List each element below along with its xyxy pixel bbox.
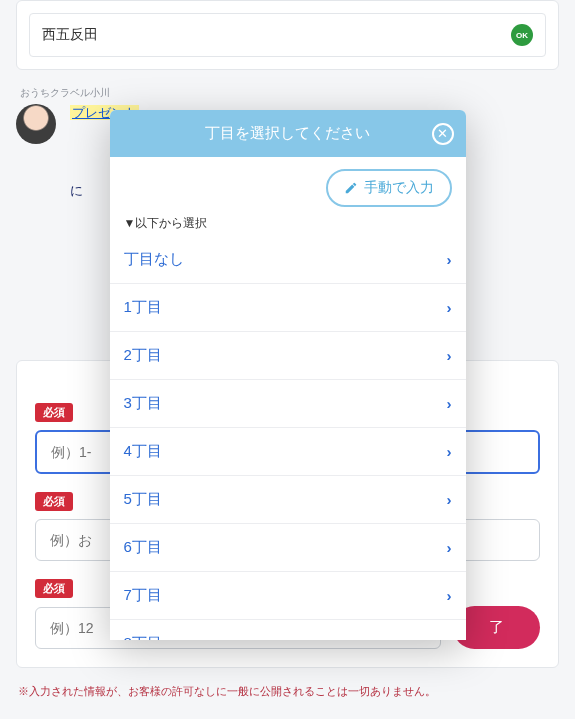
manual-input-label: 手動で入力	[364, 179, 434, 197]
chevron-right-icon: ›	[447, 635, 452, 640]
pencil-icon	[344, 181, 358, 195]
chome-option[interactable]: 2丁目›	[110, 332, 466, 380]
chome-list[interactable]: 丁目なし›1丁目›2丁目›3丁目›4丁目›5丁目›6丁目›7丁目›8丁目›	[110, 236, 466, 640]
chome-option[interactable]: 4丁目›	[110, 428, 466, 476]
modal-toolbar: 手動で入力	[110, 157, 466, 215]
ok-badge: OK	[511, 24, 533, 46]
chome-option[interactable]: 3丁目›	[110, 380, 466, 428]
chome-option[interactable]: 8丁目›	[110, 620, 466, 640]
chome-option-label: 2丁目	[124, 346, 162, 365]
chome-option-label: 6丁目	[124, 538, 162, 557]
submit-button[interactable]: 了	[453, 606, 540, 649]
chevron-right-icon: ›	[447, 251, 452, 268]
select-hint: ▼以下から選択	[110, 215, 466, 236]
chome-option[interactable]: 7丁目›	[110, 572, 466, 620]
disclaimer-text: ※入力された情報が、お客様の許可なしに一般に公開されることは一切ありません。	[18, 684, 557, 699]
modal-title: 丁目を選択してください	[205, 124, 370, 143]
chome-option-label: 7丁目	[124, 586, 162, 605]
chevron-right-icon: ›	[447, 539, 452, 556]
location-input[interactable]: 西五反田 OK	[29, 13, 546, 57]
chome-option-label: 8丁目	[124, 634, 162, 640]
avatar	[16, 104, 56, 144]
manual-input-button[interactable]: 手動で入力	[326, 169, 452, 207]
chome-option[interactable]: 1丁目›	[110, 284, 466, 332]
chevron-right-icon: ›	[447, 491, 452, 508]
location-card: 西五反田 OK	[16, 0, 559, 70]
chevron-right-icon: ›	[447, 299, 452, 316]
close-icon[interactable]: ✕	[432, 123, 454, 145]
chome-option-label: 3丁目	[124, 394, 162, 413]
hint-text: に	[70, 183, 83, 198]
chome-option-label: 1丁目	[124, 298, 162, 317]
chome-option[interactable]: 5丁目›	[110, 476, 466, 524]
chevron-right-icon: ›	[447, 587, 452, 604]
chevron-right-icon: ›	[447, 395, 452, 412]
required-badge: 必須	[35, 492, 73, 511]
chome-option-label: 4丁目	[124, 442, 162, 461]
location-value: 西五反田	[42, 26, 499, 44]
assistant-label: おうちクラベル小川	[20, 86, 559, 100]
required-badge: 必須	[35, 579, 73, 598]
chevron-right-icon: ›	[447, 443, 452, 460]
chome-option[interactable]: 丁目なし›	[110, 236, 466, 284]
required-badge: 必須	[35, 403, 73, 422]
modal-header: 丁目を選択してください ✕	[110, 110, 466, 157]
chome-option[interactable]: 6丁目›	[110, 524, 466, 572]
chevron-right-icon: ›	[447, 347, 452, 364]
chome-modal: 丁目を選択してください ✕ 手動で入力 ▼以下から選択 丁目なし›1丁目›2丁目…	[110, 110, 466, 640]
chome-option-label: 5丁目	[124, 490, 162, 509]
chome-option-label: 丁目なし	[124, 250, 184, 269]
